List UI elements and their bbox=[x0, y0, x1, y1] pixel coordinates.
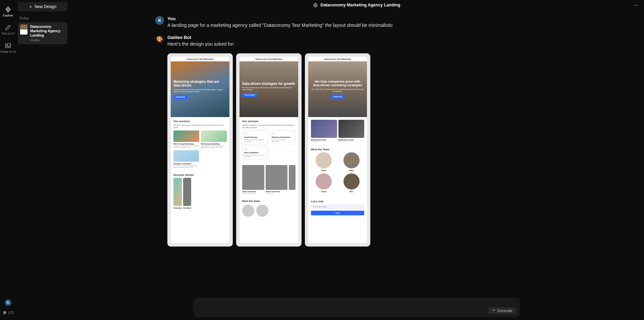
mock3-hero-sub: Get in touch with us to find out how you… bbox=[311, 89, 364, 93]
mock3-box2-image bbox=[338, 120, 365, 138]
mock2-test3-photo bbox=[289, 165, 296, 190]
mock2-services-title: Our services bbox=[242, 120, 296, 123]
nav-text-to-ui[interactable]: Text to UI bbox=[0, 21, 16, 39]
mock2-card1-desc: Develop a comprehensive plan to drive gr… bbox=[244, 139, 266, 142]
design-option-2[interactable]: Dataconomy Test Marketing Data-driven st… bbox=[236, 53, 302, 247]
new-design-label: New Design bbox=[35, 4, 56, 9]
mock3-team-title: Meet the Team bbox=[311, 148, 364, 151]
nav-explore-label: Explore bbox=[3, 14, 13, 17]
nav-image-to-ui-label: Image to UI bbox=[0, 50, 16, 54]
mock1-svc3-image bbox=[173, 150, 199, 162]
user-message-avatar: K bbox=[155, 16, 164, 25]
mock2-test1-role: VP of Growth at Coda bbox=[242, 193, 264, 194]
globe-icon bbox=[313, 3, 318, 8]
generate-label: Generate bbox=[497, 309, 513, 313]
mock1-svc2-desc: We provide paid media management for Goo… bbox=[201, 145, 227, 148]
mock3-chat-title: Let's chat bbox=[311, 200, 364, 203]
mock1-story1-image bbox=[173, 178, 182, 206]
heart-icon bbox=[244, 148, 247, 151]
mock2-card1-title: Growth Strategy bbox=[244, 136, 266, 138]
svg-point-2 bbox=[3, 311, 6, 314]
mock2-test2-role: CEO at Loom bbox=[266, 193, 288, 194]
mock2-test1-photo bbox=[242, 165, 264, 190]
user-avatar[interactable]: K bbox=[5, 299, 11, 306]
mock3-box1-sub: Case Study bbox=[311, 141, 337, 143]
mock3-send-button: Send bbox=[311, 211, 364, 215]
dots-horizontal-icon bbox=[633, 2, 639, 8]
mock2-test2-photo bbox=[266, 165, 288, 190]
plus-icon bbox=[29, 5, 33, 9]
svg-point-5 bbox=[636, 5, 637, 6]
mock3-hero-title: We help companies grow with data-driven … bbox=[311, 80, 364, 87]
mock3-p2: Rahul bbox=[349, 169, 354, 171]
mock1-story2: DoorDash bbox=[183, 207, 191, 209]
design-option-1[interactable]: Dataconomy Test Marketing Marketing stra… bbox=[167, 53, 233, 247]
sparkle-icon bbox=[492, 309, 495, 312]
mock3-avatar-cassie bbox=[316, 173, 332, 190]
mock3-email-input: Your email address bbox=[311, 204, 364, 209]
mock1-stories-title: Success stories bbox=[173, 173, 227, 176]
mock1-svc2-image bbox=[201, 130, 227, 142]
mock1-svc3-desc: We work with companies to develop their … bbox=[173, 165, 199, 168]
bot-message-avatar: 🎨 bbox=[155, 35, 164, 44]
user-message-name: You bbox=[167, 16, 558, 21]
mock1-story2-image bbox=[183, 178, 191, 206]
page-title: Dataconomy Marketing Agency Landing bbox=[313, 3, 400, 8]
mock3-p4: Mira bbox=[350, 191, 353, 193]
bot-message-name: Galileo Bot bbox=[167, 35, 558, 40]
page-title-text: Dataconomy Marketing Agency Landing bbox=[321, 3, 400, 7]
mock3-avatar-shane bbox=[316, 152, 332, 168]
mock1-services-sub: We offer a wide range of marketing servi… bbox=[173, 124, 227, 128]
mock3-cta: Contact Us bbox=[331, 95, 344, 99]
prompt-input[interactable] bbox=[197, 301, 488, 314]
mock2-cta: Get In Touch bbox=[242, 93, 257, 97]
chart-icon bbox=[244, 132, 247, 135]
mock2-hero-sub: We help companies grow their business wi… bbox=[242, 87, 296, 91]
image-icon bbox=[5, 42, 11, 49]
mock1-hero-title: Marketing strategies that are data-drive… bbox=[173, 80, 227, 88]
bot-message-text: Here's the design you asked for: bbox=[167, 41, 558, 48]
history-thumbnail bbox=[20, 24, 28, 35]
credits-icon bbox=[3, 311, 7, 315]
mock2-card3-desc: Empower your sales team to close more de… bbox=[244, 154, 266, 158]
mock1-svc1-desc: We help you rank higher in search engine… bbox=[173, 145, 199, 148]
new-design-button[interactable]: New Design bbox=[18, 2, 67, 11]
mock2-team-title: Meet the team bbox=[242, 200, 296, 203]
mock3-brand: Dataconomy Test Marketing bbox=[308, 57, 367, 61]
credits-value: 170 bbox=[8, 311, 14, 315]
mock3-avatar-rahul bbox=[343, 152, 360, 168]
generate-button[interactable]: Generate bbox=[488, 307, 517, 314]
explore-icon bbox=[5, 6, 11, 13]
mock2-hero-title: Data-driven strategies for growth bbox=[242, 82, 296, 86]
mock2-card2-title: Marketing Optimization bbox=[272, 136, 293, 138]
mock2-team-avatar-2 bbox=[256, 205, 268, 217]
mock3-p3: Cassie bbox=[321, 191, 326, 193]
svg-point-6 bbox=[637, 5, 638, 6]
mock3-box1-image bbox=[311, 120, 337, 138]
target-icon bbox=[272, 132, 274, 135]
mock1-hero-sub: We help companies grow their business wi… bbox=[173, 89, 227, 93]
mock1-brand: Dataconomy Test Marketing bbox=[171, 57, 229, 61]
edit-icon bbox=[5, 24, 11, 31]
prompt-bar: Generate bbox=[193, 298, 520, 317]
nav-explore[interactable]: Explore bbox=[0, 3, 16, 21]
mock3-avatar-mira bbox=[343, 173, 360, 190]
history-item[interactable]: Dataconomy Marketing Agency Landing Mobi… bbox=[18, 22, 67, 44]
mock2-team-avatar-1 bbox=[242, 205, 254, 217]
credits-counter[interactable]: 170 bbox=[3, 311, 14, 315]
mock1-story1: Postmates bbox=[173, 207, 182, 209]
user-message-text: A landing page for a marketing agency ca… bbox=[167, 22, 558, 29]
mock1-cta: Get Started bbox=[173, 95, 187, 99]
more-menu-button[interactable] bbox=[633, 2, 639, 10]
svg-point-4 bbox=[634, 5, 635, 6]
nav-image-to-ui[interactable]: Image to UI bbox=[0, 39, 16, 57]
mock1-services-title: Our services bbox=[173, 120, 227, 123]
mock3-p1: Shane bbox=[321, 169, 326, 171]
design-option-3[interactable]: Dataconomy Test Marketing We help compan… bbox=[305, 53, 370, 247]
mock2-brand: Dataconomy Test Marketing bbox=[239, 57, 298, 61]
mock2-card3-title: Sales Enablement bbox=[244, 152, 266, 154]
mock2-services-sub: Helping companies to grow revenue throug… bbox=[242, 124, 296, 128]
history-subtitle: Mobile bbox=[30, 38, 65, 42]
history-section-today: Today bbox=[19, 16, 66, 20]
nav-text-to-ui-label: Text to UI bbox=[2, 32, 14, 36]
